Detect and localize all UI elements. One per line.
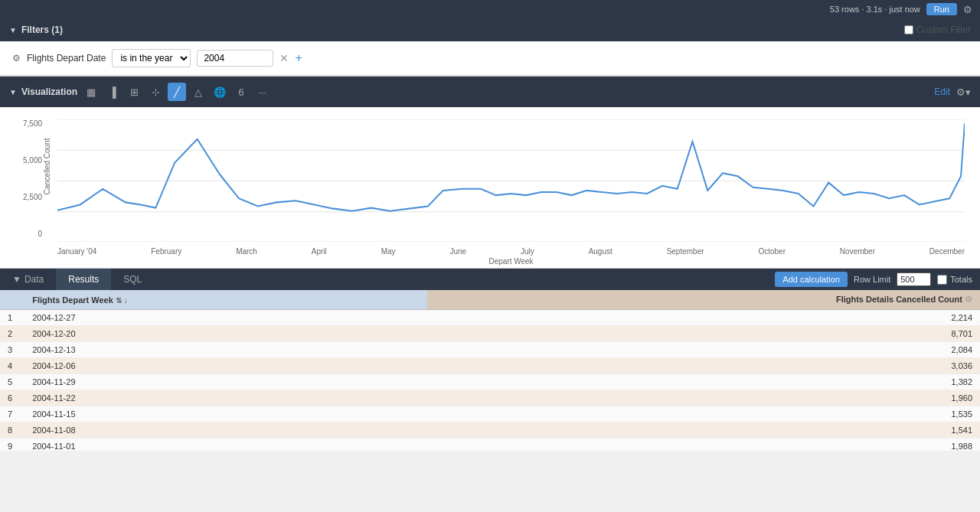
line-chart-svg: [57, 119, 965, 242]
cell-week: 2004-11-08: [24, 422, 427, 439]
tab-data-label: Data: [24, 274, 44, 285]
data-section: ▼ Data Results SQL Add calculation Row L…: [0, 269, 980, 451]
filter-field-label: Flights Depart Date: [27, 53, 106, 64]
viz-bar-icon[interactable]: ▐: [103, 83, 122, 101]
filter-value-input[interactable]: [197, 50, 273, 67]
settings-icon[interactable]: ⚙: [963, 4, 972, 15]
visualization-section: ▼ Visualization ▦ ▐ ⊞ ⊹ ╱ △ 🌐 6 ··· Edit…: [0, 77, 980, 269]
custom-filter-btn[interactable]: Custom Filter: [904, 24, 971, 35]
table-row: 9 2004-11-01 1,988: [0, 439, 980, 452]
filters-header: ▼ Filters (1) Custom Filter: [0, 18, 980, 41]
x-label-feb: February: [151, 247, 181, 256]
viz-area-icon[interactable]: △: [189, 83, 207, 101]
th-settings-icon[interactable]: ⚙: [965, 295, 972, 304]
x-label-nov: November: [840, 247, 875, 256]
viz-number-icon[interactable]: 6: [232, 83, 250, 101]
tab-data[interactable]: ▼ Data: [0, 269, 56, 290]
table-row: 3 2004-12-13 2,084: [0, 342, 980, 358]
row-limit-label: Row Limit: [854, 275, 890, 284]
cell-week: 2004-12-13: [24, 342, 427, 358]
cell-week: 2004-11-01: [24, 439, 427, 452]
table-header-row: Flights Depart Week ⇅ ↓ Flights Details …: [0, 290, 980, 310]
table-row: 1 2004-12-27 2,214: [0, 310, 980, 326]
totals-checkbox[interactable]: [937, 275, 947, 285]
th-row-num: [0, 290, 24, 310]
x-label-aug: August: [589, 247, 612, 256]
row-number: 1: [0, 310, 24, 326]
filters-section: ▼ Filters (1) Custom Filter ⚙ Flights De…: [0, 18, 980, 77]
viz-scatter-icon[interactable]: ⊹: [146, 83, 165, 101]
chart-area: Cancelled Count 7,500 5,000 2,500 0: [57, 119, 965, 261]
y-tick-2500: 2,500: [23, 193, 42, 201]
cell-count: 1,535: [427, 406, 980, 422]
tab-sql-label: SQL: [123, 274, 142, 285]
x-label-jun: June: [449, 247, 466, 256]
table-row: 4 2004-12-06 3,036: [0, 358, 980, 374]
th-depart-week-label: Flights Depart Week: [32, 295, 113, 305]
stats-text: 53 rows · 3.1s · just now: [830, 5, 920, 14]
viz-map-icon[interactable]: 🌐: [211, 83, 229, 101]
row-number: 5: [0, 374, 24, 390]
cell-count: 1,541: [427, 422, 980, 439]
cell-count: 8,701: [427, 326, 980, 342]
viz-pivot-icon[interactable]: ⊞: [125, 83, 143, 101]
sort-icon[interactable]: ⇅ ↓: [116, 296, 128, 305]
filter-row: ⚙ Flights Depart Date is in the yearisis…: [12, 49, 968, 67]
y-tick-5000: 5,000: [23, 156, 42, 165]
x-label-dec: December: [929, 247, 965, 256]
x-label-mar: March: [236, 247, 257, 256]
add-calculation-button[interactable]: Add calculation: [775, 272, 848, 287]
viz-settings-icon[interactable]: ⚙▾: [956, 86, 971, 98]
row-limit-input[interactable]: [897, 272, 931, 286]
filter-condition-select[interactable]: is in the yearisis beforeis afteris betw…: [112, 49, 191, 67]
x-label-jan: January '04: [57, 247, 96, 256]
totals-toggle[interactable]: Totals: [937, 275, 972, 285]
tab-sql[interactable]: SQL: [111, 269, 154, 290]
viz-collapse-arrow[interactable]: ▼: [9, 88, 17, 96]
x-axis-labels: January '04 February March April May Jun…: [57, 244, 965, 256]
data-section-right: Add calculation Row Limit Totals: [775, 272, 980, 287]
viz-edit-link[interactable]: Edit: [934, 86, 950, 97]
table-row: 7 2004-11-15 1,535: [0, 406, 980, 422]
cell-week: 2004-11-29: [24, 374, 427, 390]
y-tick-0: 0: [23, 230, 42, 238]
viz-toolbar-right: Edit ⚙▾: [934, 86, 971, 98]
row-number: 8: [0, 422, 24, 439]
top-bar: 53 rows · 3.1s · just now Run ⚙: [0, 0, 980, 18]
x-label-oct: October: [758, 247, 786, 256]
run-button[interactable]: Run: [926, 3, 957, 15]
cell-count: 2,084: [427, 342, 980, 358]
th-depart-week: Flights Depart Week ⇅ ↓: [24, 290, 427, 310]
y-tick-7500: 7,500: [23, 119, 42, 128]
x-label-jul: July: [521, 247, 534, 256]
cell-count: 1,988: [427, 439, 980, 452]
filters-header-left: ▼ Filters (1): [9, 24, 63, 35]
filters-title: Filters (1): [21, 24, 63, 35]
tab-results[interactable]: Results: [56, 269, 111, 290]
data-section-header: ▼ Data Results SQL Add calculation Row L…: [0, 269, 980, 290]
viz-header: ▼ Visualization ▦ ▐ ⊞ ⊹ ╱ △ 🌐 6 ··· Edit…: [0, 77, 980, 107]
th-cancelled-count: Flights Details Cancelled Count ⚙: [427, 290, 980, 310]
table-row: 8 2004-11-08 1,541: [0, 422, 980, 439]
x-label-apr: April: [312, 247, 327, 256]
filter-add-icon[interactable]: +: [295, 51, 302, 65]
chart-container: Cancelled Count 7,500 5,000 2,500 0: [0, 107, 980, 268]
viz-more-icon[interactable]: ···: [253, 83, 272, 101]
filter-close-icon[interactable]: ✕: [279, 52, 289, 64]
table-body: 1 2004-12-27 2,214 2 2004-12-20 8,701 3 …: [0, 310, 980, 452]
totals-label: Totals: [950, 275, 972, 284]
viz-toolbar: ▦ ▐ ⊞ ⊹ ╱ △ 🌐 6 ···: [82, 83, 272, 101]
cell-count: 3,036: [427, 358, 980, 374]
filters-collapse-arrow[interactable]: ▼: [9, 26, 17, 34]
y-axis-ticks: 7,500 5,000 2,500 0: [23, 119, 42, 238]
cell-week: 2004-12-06: [24, 358, 427, 374]
viz-table-icon[interactable]: ▦: [82, 83, 100, 101]
viz-line-icon[interactable]: ╱: [168, 83, 186, 101]
custom-filter-checkbox[interactable]: [904, 25, 913, 34]
table-row: 6 2004-11-22 1,960: [0, 390, 980, 406]
cell-count: 1,960: [427, 390, 980, 406]
table-row: 2 2004-12-20 8,701: [0, 326, 980, 342]
row-number: 7: [0, 406, 24, 422]
cell-count: 1,382: [427, 374, 980, 390]
table-wrapper[interactable]: Flights Depart Week ⇅ ↓ Flights Details …: [0, 290, 980, 451]
